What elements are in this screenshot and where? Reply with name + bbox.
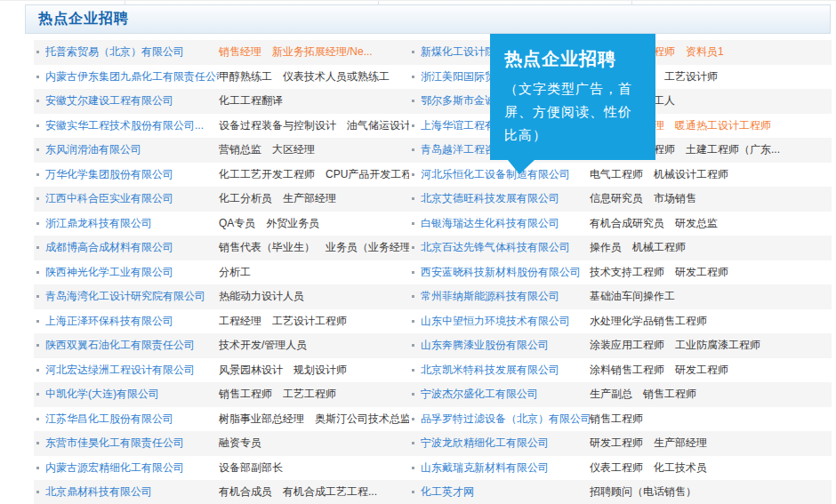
- job-links[interactable]: 化工分析员 生产部经理: [219, 191, 336, 206]
- job-links[interactable]: 有机合成员 有机合成工艺工程...: [219, 484, 377, 500]
- list-cell-left: 上海正泽环保科技有限公司 工程经理 工艺设计工程师: [34, 314, 409, 329]
- list-cell-left: 安徽实华工程技术股份有限公司... 设备过程装备与控制设计 油气储运设计: [34, 118, 409, 133]
- list-cell-right: 北京艾德旺科技发展有限公司 信息研究员 市场销售: [409, 191, 832, 206]
- bullet-icon: [36, 100, 39, 102]
- company-link[interactable]: 北京鼎材科技有限公司: [45, 484, 219, 500]
- company-link[interactable]: 托普索贸易（北京）有限公司: [45, 44, 219, 60]
- bullet-icon: [412, 173, 414, 176]
- bullet-icon: [36, 320, 39, 323]
- bullet-icon: [412, 491, 414, 493]
- bullet-icon: [36, 148, 39, 151]
- job-links[interactable]: 生产副总 销售工程师: [590, 387, 696, 402]
- list-cell-left: 浙江鼎龙科技有限公司 QA专员 外贸业务员: [34, 216, 409, 231]
- company-link[interactable]: 北京百达先锋气体科技有限公司: [421, 240, 590, 255]
- bullet-icon: [412, 418, 414, 420]
- bullet-icon: [412, 369, 414, 372]
- company-link[interactable]: 青岛海湾化工设计研究院有限公司: [45, 289, 219, 304]
- bullet-icon: [36, 51, 39, 53]
- list-cell-left: 江苏华昌化工股份有限公司 树脂事业部总经理 奥斯汀公司技术总监: [34, 412, 409, 427]
- callout-arrow-icon: [508, 160, 535, 174]
- job-links[interactable]: 销售代表（毕业生） 业务员（业务经理）: [219, 240, 409, 255]
- list-row: 内蒙古伊东集团九鼎化工有限责任公司 甲醇熟练工 仪表技术人员或熟练工 浙江美阳国…: [34, 65, 832, 90]
- job-links[interactable]: 研发工程师 生产部经理: [590, 436, 707, 451]
- company-link[interactable]: 山东奔腾漆业股份有限公司: [421, 338, 590, 353]
- company-link[interactable]: 东营市佳昊化工有限责任公司: [45, 436, 219, 451]
- list-cell-left: 托普索贸易（北京）有限公司 销售经理 新业务拓展经理/Ne...: [34, 44, 409, 60]
- company-link[interactable]: 北京凯米特科技发展有限公司: [421, 363, 590, 378]
- company-link[interactable]: 江苏华昌化工股份有限公司: [45, 412, 219, 427]
- job-links[interactable]: 化工工艺开发工程师 CPU产品开发工程师: [219, 167, 409, 182]
- company-link[interactable]: 成都博高合成材料有限公司: [45, 240, 219, 255]
- job-links[interactable]: 销售工程师 工艺工程师: [219, 387, 336, 402]
- job-links[interactable]: 设备过程装备与控制设计 油气储运设计: [219, 118, 409, 133]
- job-links[interactable]: 涂料销售工程师 研发工程师: [590, 363, 728, 378]
- bullet-icon: [36, 222, 39, 225]
- company-link[interactable]: 西安蓝晓科技新材料股份有限公司: [421, 265, 590, 280]
- company-link[interactable]: 内蒙古伊东集团九鼎化工有限责任公司: [45, 69, 219, 84]
- company-link[interactable]: 上海正泽环保科技有限公司: [45, 314, 219, 329]
- company-link[interactable]: 河北宏达绿洲工程设计有限公司: [45, 363, 219, 378]
- company-link[interactable]: 安徽艾尔建设工程有限公司: [45, 93, 219, 108]
- company-link[interactable]: 白银海瑞达生化科技有限公司: [421, 216, 590, 231]
- job-links[interactable]: 技术开发/管理人员: [219, 338, 307, 353]
- list-row: 青岛海湾化工设计研究院有限公司 热能动力设计人员 常州菲纳斯能源科技有限公司 基…: [34, 284, 832, 309]
- job-links[interactable]: 风景园林设计 规划设计师: [219, 363, 347, 378]
- list-row: 成都博高合成材料有限公司 销售代表（毕业生） 业务员（业务经理） 北京百达先锋气…: [34, 236, 832, 260]
- company-link[interactable]: 品孚罗特过滤设备（北京）有限公司: [421, 412, 590, 427]
- job-links[interactable]: 电气工程师 机械设计工程师: [590, 167, 728, 182]
- company-link[interactable]: 东风润滑油有限公司: [45, 142, 219, 157]
- list-cell-right: 北京百达先锋气体科技有限公司 操作员 机械工程师: [409, 240, 832, 255]
- bullet-icon: [412, 393, 414, 396]
- job-links[interactable]: 树脂事业部总经理 奥斯汀公司技术总监: [219, 412, 409, 427]
- job-links[interactable]: 工程经理 工艺设计工程师: [219, 314, 347, 329]
- list-cell-left: 河北宏达绿洲工程设计有限公司 风景园林设计 规划设计师: [34, 363, 409, 378]
- job-links[interactable]: 基础油车间操作工: [590, 289, 675, 304]
- company-link[interactable]: 山东中望恒力环境技术有限公司: [421, 314, 590, 329]
- company-link[interactable]: 安徽实华工程技术股份有限公司...: [45, 118, 219, 133]
- job-links[interactable]: 技术支持工程师 研发工程师: [590, 265, 728, 280]
- company-link[interactable]: 宁波杰尔盛化工有限公司: [421, 387, 590, 402]
- job-links[interactable]: 营销总监 大区经理: [219, 142, 315, 157]
- company-link[interactable]: 浙江鼎龙科技有限公司: [45, 216, 219, 231]
- job-links[interactable]: 有机合成研究员 研发总监: [590, 216, 718, 231]
- company-link[interactable]: 江西中科合臣实业有限公司: [45, 191, 219, 206]
- bullet-icon: [412, 295, 414, 298]
- company-link[interactable]: 陕西神光化学工业有限公司: [45, 265, 219, 280]
- bullet-icon: [412, 124, 414, 127]
- company-link[interactable]: 万华化学集团股份有限公司: [45, 167, 219, 182]
- bullet-icon: [36, 369, 39, 372]
- job-links[interactable]: 招聘顾问（电话销售）: [590, 484, 696, 500]
- job-links[interactable]: 仪表工程师 化工技术员: [590, 460, 707, 476]
- list-row: 江西中科合臣实业有限公司 化工分析员 生产部经理 北京艾德旺科技发展有限公司 信…: [34, 187, 832, 212]
- job-links[interactable]: 甲醇熟练工 仪表技术人员或熟练工: [219, 69, 390, 84]
- company-link[interactable]: 化工英才网: [421, 484, 590, 500]
- job-links[interactable]: 融资专员: [219, 436, 261, 451]
- job-links[interactable]: 水处理化学品销售工程师: [590, 314, 707, 329]
- company-link[interactable]: 中凯化学(大连)有限公司: [45, 387, 219, 402]
- company-link[interactable]: 内蒙古源宏精细化工有限公司: [45, 460, 219, 476]
- company-link[interactable]: 常州菲纳斯能源科技有限公司: [421, 289, 590, 304]
- list-row: 陕西神光化学工业有限公司 分析工 西安蓝晓科技新材料股份有限公司 技术支持工程师…: [34, 260, 832, 285]
- job-links[interactable]: 操作员 机械工程师: [590, 240, 686, 255]
- bullet-icon: [36, 418, 39, 420]
- bullet-icon: [36, 124, 39, 127]
- company-link[interactable]: 宁波龙欣精细化工有限公司: [421, 436, 590, 451]
- section-title: 热点企业招聘: [38, 10, 129, 28]
- job-links[interactable]: 设备部副部长: [219, 460, 283, 476]
- company-link[interactable]: 北京艾德旺科技发展有限公司: [421, 191, 590, 206]
- job-links[interactable]: QA专员 外贸业务员: [219, 216, 319, 231]
- job-links[interactable]: 分析工: [219, 265, 251, 280]
- company-link[interactable]: 河北乐恒化工设备制造有限公司: [421, 167, 590, 182]
- company-link[interactable]: 山东戴瑞克新材料有限公司: [421, 460, 590, 476]
- company-link[interactable]: 陕西双翼石油化工有限责任公司: [45, 338, 219, 353]
- job-links[interactable]: 销售经理 新业务拓展经理/Ne...: [219, 44, 373, 60]
- list-cell-left: 万华化学集团股份有限公司 化工工艺开发工程师 CPU产品开发工程师: [34, 167, 409, 182]
- list-cell-left: 东风润滑油有限公司 营销总监 大区经理: [34, 142, 409, 157]
- job-links[interactable]: 信息研究员 市场销售: [590, 191, 696, 206]
- job-links[interactable]: 销售工程师: [590, 412, 643, 427]
- job-links[interactable]: 热能动力设计人员: [219, 289, 304, 304]
- bullet-icon: [36, 271, 39, 274]
- job-links[interactable]: 涂装应用工程师 工业防腐漆工程师: [590, 338, 760, 353]
- job-links[interactable]: 化工工程翻译: [219, 93, 283, 108]
- list-row: 安徽艾尔建设工程有限公司 化工工程翻译 鄂尔多斯市金诚泰化工有限责任公司 化工装…: [34, 89, 832, 114]
